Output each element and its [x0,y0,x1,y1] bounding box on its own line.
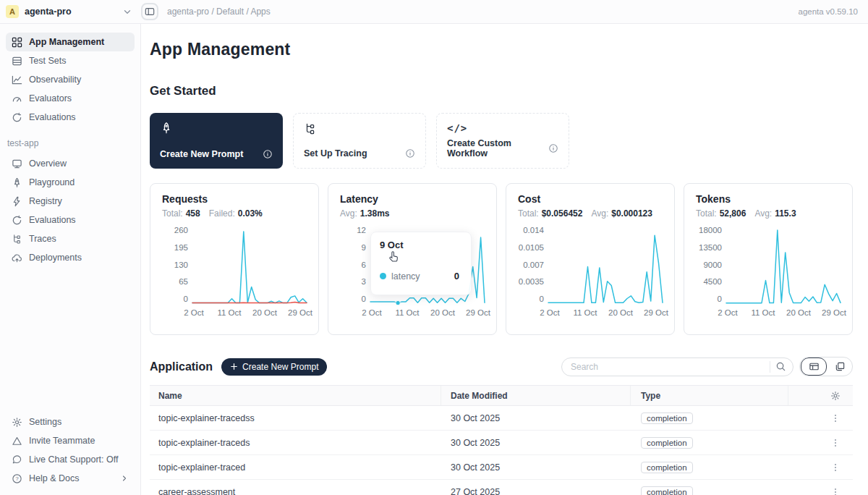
sidebar-item-settings[interactable]: Settings [6,412,135,431]
type-badge: completion [641,486,693,495]
sidebar-item-traces[interactable]: Traces [6,229,135,248]
sidebar-item-label: Traces [29,234,56,244]
get-started-cards: Create New Prompt Set Up Tracing </> [150,113,853,169]
row-menu-button[interactable] [830,438,841,448]
chevron-down-icon [122,7,132,17]
type-badge: completion [641,462,693,473]
breadcrumb[interactable]: agenta-pro / Default / Apps [167,7,271,17]
app-name: topic-explainer-traceds [150,431,441,454]
requests-line-chart[interactable] [192,228,307,305]
row-menu-button[interactable] [830,462,841,473]
tooltip-value: 0 [454,271,462,282]
sidebar-item-playground[interactable]: Playground [6,173,135,192]
sidebar-item-label: Settings [29,417,61,427]
sidebar-item-registry[interactable]: Registry [6,192,135,211]
cycle-icon [12,215,22,226]
plus-icon [230,363,238,371]
table-row[interactable]: topic-explainer-traced 30 Oct 2025 compl… [150,455,853,480]
chart-stats: Total:52,806Avg:115.3 [696,208,841,219]
column-header-date-modified[interactable]: Date Modified [441,386,631,405]
info-icon[interactable] [548,143,558,153]
sidebar-item-label: Test Sets [29,56,66,66]
get-started-title: Get Started [150,84,853,98]
create-new-prompt-card[interactable]: Create New Prompt [150,113,283,169]
search-icon[interactable] [775,361,786,372]
card-view-button[interactable] [827,358,852,376]
cycle-icon [12,112,22,123]
table-view-icon [809,361,820,372]
trace-icon [12,234,22,245]
table-view-button[interactable] [801,358,827,376]
gauge-icon [12,93,22,104]
sidebar-item-deployments[interactable]: Deployments [6,248,135,267]
sidebar-item-label: Evaluations [29,112,76,122]
card-label: Create Custom Workflow [447,138,548,158]
sidebar-toggle-button[interactable] [141,3,158,20]
trace-icon [304,122,317,135]
rocket-icon [160,122,173,135]
info-icon[interactable] [263,149,273,159]
sidebar-item-evaluations[interactable]: Evaluations [6,108,135,127]
line-chart-icon [12,75,22,85]
search-divider [770,361,770,373]
column-header-name[interactable]: Name [150,386,441,405]
sidebar-item-app-evaluations[interactable]: Evaluations [6,211,135,229]
chart-stats: Total:$0.056452Avg:$0.000123 [518,208,663,219]
sidebar-item-evaluators[interactable]: Evaluators [6,89,135,108]
sidebar-item-label: App Management [29,37,104,47]
tooltip-date: 9 Oct [380,240,462,250]
sidebar: App Management Test Sets Observability E… [0,24,141,495]
app-date-modified: 30 Oct 2025 [441,455,631,479]
sidebar-item-label: Live Chat Support: Off [29,454,118,465]
series-dot-icon [380,273,386,279]
app-version: agenta v0.59.10 [799,7,868,16]
table-row[interactable]: career-assessment 27 Oct 2025 completion [150,480,853,495]
sidebar-item-invite-teammate[interactable]: Invite Teammate [6,431,135,450]
x-axis-ticks: 2 Oct11 Oct20 Oct29 Oct [194,308,308,319]
create-new-prompt-button[interactable]: Create New Prompt [221,358,327,376]
triangle-icon [12,436,22,447]
sidebar-item-live-chat-support[interactable]: Live Chat Support: Off [6,450,135,469]
info-icon[interactable] [405,148,415,158]
x-axis-ticks: 2 Oct11 Oct20 Oct29 Oct [372,308,486,319]
sidebar-item-observability[interactable]: Observability [6,70,135,89]
x-axis-ticks: 2 Oct11 Oct20 Oct29 Oct [728,308,842,319]
application-header: Application Create New Prompt [150,357,853,376]
table-row[interactable]: topic-explainer-traceds 30 Oct 2025 comp… [150,431,853,455]
latency-chart-card: Latency Avg:1.38ms 129630 2 Oct11 Oct20 … [328,183,497,335]
app-date-modified: 30 Oct 2025 [441,406,631,430]
app-name: career-assessment [150,480,441,495]
sidebar-item-help-docs[interactable]: ? Help & Docs [6,469,135,488]
tokens-line-chart[interactable] [726,228,841,305]
chart-title: Cost [518,193,663,205]
chat-icon [12,454,22,465]
card-view-icon [835,361,846,372]
search-input[interactable] [561,358,793,376]
sidebar-item-app-management[interactable]: App Management [6,33,135,51]
set-up-tracing-card[interactable]: Set Up Tracing [293,113,426,169]
create-custom-workflow-card[interactable]: </> Create Custom Workflow [436,113,569,169]
app-name: topic-explainer-tracedss [150,406,441,430]
chart-title: Latency [340,193,485,205]
metrics-chart-row: Requests Total:458Failed:0.03% 260195130… [150,183,853,335]
search-box [561,358,793,376]
monitor-icon [12,158,22,169]
sidebar-item-overview[interactable]: Overview [6,154,135,173]
gear-icon [12,417,22,428]
cost-line-chart[interactable] [548,228,663,305]
workspace-selector[interactable]: A agenta-pro [0,5,141,18]
column-settings[interactable] [788,386,852,405]
row-menu-button[interactable] [830,487,841,495]
x-axis-ticks: 2 Oct11 Oct20 Oct29 Oct [550,308,664,319]
cost-chart-card: Cost Total:$0.056452Avg:$0.000123 0.0140… [506,183,675,335]
row-menu-button[interactable] [830,413,841,423]
sidebar-item-label: Deployments [29,253,82,263]
table-header-row: Name Date Modified Type [150,385,853,406]
column-header-type[interactable]: Type [631,386,788,405]
card-label: Create New Prompt [160,149,243,159]
sidebar-item-test-sets[interactable]: Test Sets [6,51,135,70]
table-row[interactable]: topic-explainer-tracedss 30 Oct 2025 com… [150,406,853,431]
workspace-name: agenta-pro [25,7,72,17]
sidebar-item-label: Help & Docs [29,473,79,483]
y-axis-ticks: 0.0140.01050.0070.00350 [518,228,544,305]
